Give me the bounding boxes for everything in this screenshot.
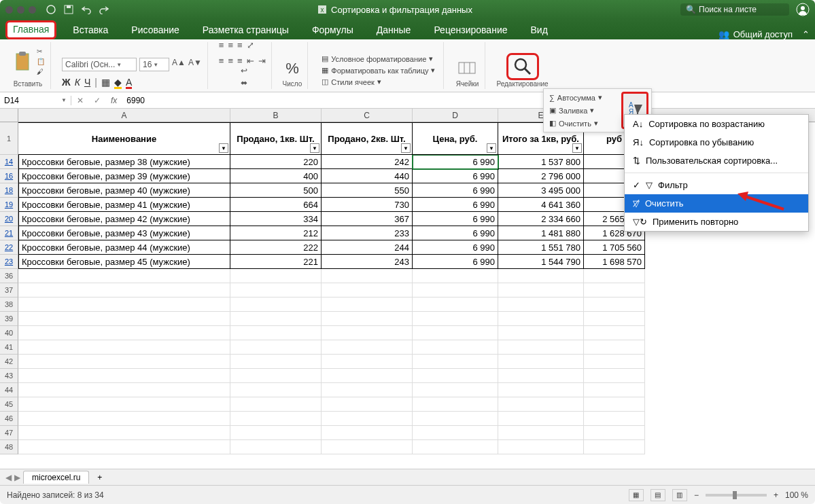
menu-filter[interactable]: ✓▽Фильтр [625,176,808,194]
zoom-out-button[interactable]: − [694,490,699,500]
cell[interactable] [322,355,413,369]
row-header[interactable]: 48 [0,440,18,454]
row-header[interactable]: 41 [0,340,18,355]
sheet-tab[interactable]: microexcel.ru [23,471,89,484]
cell[interactable]: 6 990 [413,255,498,269]
cancel-formula-icon[interactable]: ✕ [77,96,84,105]
page-break-view-icon[interactable]: ▥ [672,489,687,501]
cell[interactable] [18,412,230,426]
decrease-font-icon[interactable]: A▼ [188,58,202,71]
row-header[interactable]: 19 [0,198,18,212]
cell[interactable] [322,426,413,440]
header-q1[interactable]: Продано, 1кв. Шт.▼ [230,122,322,155]
font-name-combo[interactable]: Calibri (Осн...▼ [62,58,137,71]
cell[interactable] [498,269,584,283]
cell[interactable] [322,440,413,454]
clear-button[interactable]: ◧Очистить ▾ [547,118,619,129]
cell[interactable] [322,383,413,397]
cell[interactable] [584,412,645,426]
row-header[interactable]: 42 [0,355,18,369]
merge-cells-icon[interactable]: ⬌ [241,78,247,88]
cell[interactable]: 1 705 560 [584,240,645,255]
cell[interactable] [322,397,413,412]
cell[interactable]: 550 [322,183,413,198]
cell[interactable] [498,412,584,426]
cell[interactable] [230,426,322,440]
cell[interactable] [413,369,498,383]
cell[interactable] [18,312,230,326]
filter-dropdown-icon[interactable]: ▼ [219,143,228,153]
cell[interactable]: 440 [322,169,413,183]
cell[interactable]: Кроссовки беговые, размер 39 (мужские) [18,169,230,183]
add-sheet-button[interactable]: + [92,471,107,484]
cell[interactable] [322,312,413,326]
cell[interactable]: 222 [230,240,322,255]
cell[interactable]: 233 [322,226,413,240]
zoom-in-button[interactable]: + [774,490,778,500]
cell[interactable] [498,326,584,340]
row-header[interactable]: 45 [0,397,18,412]
editing-button[interactable] [506,53,539,80]
row-header[interactable]: 18 [0,183,18,198]
cell-styles-button[interactable]: ◫Стили ячеек ▾ [319,76,383,88]
name-box[interactable]: D14▼ [0,96,71,105]
tab-data[interactable]: Данные [370,22,418,39]
sheet-nav-next-icon[interactable]: ▶ [14,473,20,482]
cell[interactable] [18,369,230,383]
cell[interactable] [18,426,230,440]
cell[interactable] [413,426,498,440]
cell[interactable]: 243 [322,255,413,269]
cell[interactable] [413,355,498,369]
fx-icon[interactable]: fx [105,96,122,105]
cell[interactable] [498,426,584,440]
cell[interactable]: 242 [322,155,413,169]
cell[interactable] [322,269,413,283]
cell[interactable] [230,312,322,326]
row-header[interactable]: 14 [0,155,18,169]
cell[interactable] [413,283,498,298]
cell[interactable]: 4 641 360 [498,198,584,212]
wrap-text-icon[interactable]: ↩ [241,66,247,75]
bold-button[interactable]: Ж [62,77,71,88]
indent-decrease-icon[interactable]: ⇤ [247,56,254,66]
filter-dropdown-icon[interactable]: ▼ [487,143,496,153]
col-header-C[interactable]: C [322,109,413,122]
cell[interactable] [413,269,498,283]
collapse-ribbon-icon[interactable]: ⌃ [802,29,810,39]
row-header[interactable]: 22 [0,240,18,255]
cell[interactable] [230,298,322,312]
cell[interactable]: 1 544 790 [498,255,584,269]
cell[interactable] [18,269,230,283]
cell[interactable]: 2 796 000 [498,169,584,183]
cell[interactable] [498,312,584,326]
row-header-1[interactable]: 1 [0,122,18,155]
cell[interactable] [322,340,413,355]
close-window[interactable] [5,6,13,14]
conditional-formatting-button[interactable]: ▤Условное форматирование ▾ [319,53,436,65]
cell[interactable] [498,369,584,383]
fill-button[interactable]: ▣Заливка ▾ [547,105,619,116]
cell[interactable]: 221 [230,255,322,269]
align-right-icon[interactable]: ≡ [237,56,243,66]
tab-review[interactable]: Рецензирование [427,22,514,39]
cell[interactable]: Кроссовки беговые, размер 43 (мужские) [18,226,230,240]
cell[interactable] [413,412,498,426]
cell[interactable] [18,298,230,312]
font-size-combo[interactable]: 16▼ [139,58,169,71]
cell[interactable] [18,440,230,454]
cell[interactable] [322,326,413,340]
cell[interactable] [498,440,584,454]
underline-button[interactable]: Ч [84,77,90,88]
cell[interactable] [322,412,413,426]
cell[interactable] [18,355,230,369]
menu-clear-filter[interactable]: ▽̸Очистить [625,194,808,213]
cell[interactable] [230,397,322,412]
cell[interactable] [18,397,230,412]
row-header[interactable]: 44 [0,383,18,397]
cell[interactable] [498,355,584,369]
cell[interactable] [584,312,645,326]
format-as-table-button[interactable]: ▦Форматировать как таблицу ▾ [319,65,438,76]
cell[interactable] [230,340,322,355]
header-name[interactable]: Наименование▼ [18,122,230,155]
cell[interactable]: Кроссовки беговые, размер 42 (мужские) [18,212,230,226]
